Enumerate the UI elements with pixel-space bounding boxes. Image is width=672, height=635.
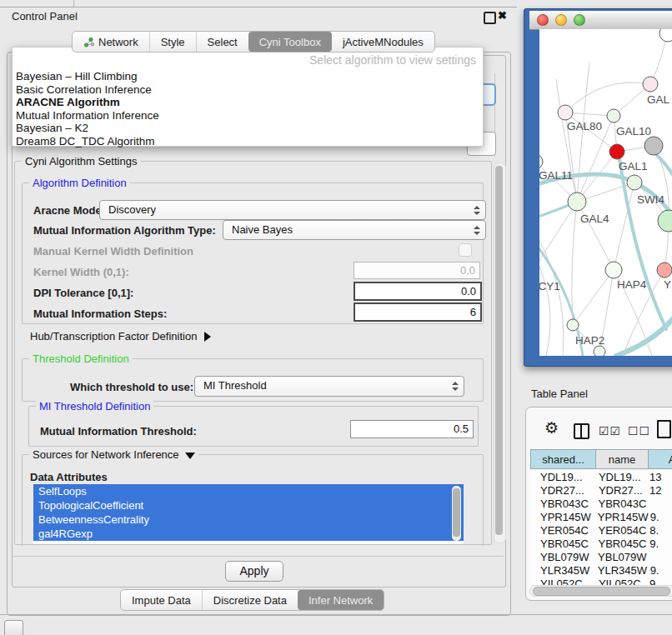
export-table-icon[interactable] — [657, 420, 671, 438]
expand-right-icon — [204, 332, 211, 342]
manual-kernel-width-checkbox[interactable] — [459, 243, 472, 257]
table-row[interactable]: YER054CYER054C8. — [530, 524, 672, 538]
settings-scrollbar-thumb[interactable] — [495, 166, 503, 535]
network-node-label: HAP4 — [617, 278, 647, 291]
network-node[interactable] — [594, 346, 605, 356]
table-cell — [646, 498, 672, 511]
data-attribute-option-gal4rgexp[interactable]: gal4RGexp — [33, 527, 464, 541]
stepper-icon — [474, 221, 481, 239]
table-row[interactable]: YBR045CYBR045C9. — [530, 538, 672, 551]
network-node[interactable] — [644, 137, 663, 155]
tab-impute-data[interactable]: Impute Data — [121, 590, 202, 610]
which-threshold-label: Which threshold to use: — [70, 381, 193, 393]
attributes-scrollbar-thumb[interactable] — [453, 488, 460, 537]
tab-infer-network[interactable]: Infer Network — [298, 590, 384, 610]
network-node-swi4[interactable] — [627, 175, 642, 190]
network-node-gal80[interactable] — [558, 105, 573, 120]
network-node[interactable] — [658, 210, 672, 232]
algorithm-option-mutual-information-inference[interactable]: Mutual Information Inference — [16, 109, 479, 122]
table-row[interactable]: YLR345WYLR345W9. — [530, 564, 672, 578]
algorithm-option-dream8-dc-tdc-algorithm[interactable]: Dream8 DC_TDC Algorithm — [16, 135, 479, 148]
kernel-width-field[interactable]: 0.0 — [354, 262, 480, 279]
tab-label: Infer Network — [308, 594, 373, 607]
app-root: Control Panel ✖ NetworkStyleSelectCyni T… — [0, 0, 672, 635]
algorithm-option-bayesian-hill-climbing[interactable]: Bayesian – Hill Climbing — [16, 70, 479, 83]
network-node-y[interactable] — [657, 262, 672, 278]
data-attribute-option-topologicalcoefficient[interactable]: TopologicalCoefficient — [33, 498, 464, 512]
which-threshold-select[interactable]: MI Threshold — [194, 376, 464, 397]
aracne-mode-value: Discovery — [108, 201, 485, 218]
column-header-name[interactable]: name — [595, 449, 649, 469]
table-row[interactable]: YPR145WYPR145W9. — [530, 511, 672, 524]
network-node-label: GAL1 — [619, 160, 648, 172]
table-row[interactable]: YBL079WYBL079W — [530, 551, 672, 564]
unselect-all-columns-icon[interactable]: ☐☐ — [628, 424, 650, 438]
network-window-titlebar[interactable] — [529, 11, 672, 30]
network-node-label: GAL11 — [539, 169, 573, 182]
network-node-label: GAL10 — [616, 125, 651, 138]
zoom-traffic-light[interactable] — [574, 14, 585, 26]
network-node[interactable] — [659, 29, 672, 42]
float-window-icon[interactable] — [484, 12, 496, 24]
network-canvas[interactable]: GALGAL80GAL10GAL1GAL11SWI4GAL4GCY1HAP4YH… — [539, 29, 672, 356]
aracne-mode-label: Aracne Mode: — [33, 204, 105, 217]
corner-button[interactable] — [4, 620, 23, 635]
mi-threshold-definition-label: MI Threshold Definition — [36, 400, 153, 412]
network-node-label: GCY1 — [539, 280, 560, 292]
table-row[interactable]: YBR043CYBR043C — [530, 498, 672, 511]
network-node-label: SWI4 — [637, 193, 664, 206]
tab-jactivemnodules[interactable]: jActiveMNodules — [332, 32, 434, 52]
data-attribute-option-selfloops[interactable]: SelfLoops — [33, 484, 464, 498]
network-node-gal1[interactable] — [609, 144, 624, 159]
column-header-shared[interactable]: shared... — [530, 449, 596, 469]
apply-button[interactable]: Apply — [225, 561, 283, 582]
control-panel-tab-bar: NetworkStyleSelectCyni ToolboxjActiveMNo… — [72, 31, 435, 52]
tab-network[interactable]: Network — [73, 32, 149, 52]
table-row[interactable]: YDR27...YDR27...12 — [530, 484, 672, 498]
mi-threshold-field[interactable]: 0.5 — [350, 420, 474, 438]
tab-label: Select — [208, 36, 238, 48]
close-icon[interactable]: ✖ — [498, 9, 507, 22]
aracne-mode-select[interactable]: Discovery — [99, 200, 486, 220]
network-node-gal4[interactable] — [568, 192, 586, 211]
table-row[interactable]: YDL19...YDL19...13 — [530, 471, 672, 484]
mi-steps-label: Mutual Information Steps: — [33, 308, 167, 320]
sources-label: Sources for Network Inference — [33, 448, 179, 461]
network-node-gal[interactable] — [643, 77, 658, 92]
table-cell: 9. — [647, 511, 672, 524]
algorithm-option-bayesian-k2[interactable]: Bayesian – K2 — [16, 122, 479, 135]
algorithm-option-list: Bayesian – Hill ClimbingBasic Correlatio… — [16, 70, 479, 148]
algorithm-option-aracne-algorithm[interactable]: ARACNE Algorithm — [16, 96, 479, 109]
network-node-hap4[interactable] — [605, 262, 622, 278]
mi-algorithm-type-select[interactable]: Naive Bayes — [223, 220, 486, 240]
network-node-hap2[interactable] — [567, 319, 579, 331]
table-cell: 8. — [646, 524, 672, 538]
algorithm-option-basic-correlation-inference[interactable]: Basic Correlation Inference — [16, 83, 479, 97]
network-node-gal11[interactable] — [539, 154, 543, 169]
table-cell: YBR043C — [594, 498, 647, 511]
network-node-gal10[interactable] — [607, 109, 620, 122]
tab-style[interactable]: Style — [149, 32, 196, 52]
show-columns-icon[interactable] — [574, 423, 589, 439]
tab-cyni-toolbox[interactable]: Cyni Toolbox — [248, 32, 332, 52]
select-all-columns-icon[interactable]: ☑☑ — [599, 424, 621, 438]
stepper-icon — [452, 377, 459, 396]
tab-label: Impute Data — [132, 594, 191, 607]
data-attribute-option-betweennesscentrality[interactable]: BetweennessCentrality — [33, 512, 464, 527]
network-view-window[interactable]: GALGAL80GAL10GAL1GAL11SWI4GAL4GCY1HAP4YH… — [524, 8, 672, 367]
tab-select[interactable]: Select — [196, 32, 248, 52]
column-header-a[interactable]: A — [648, 449, 672, 469]
table-hscrollbar-thumb[interactable] — [533, 587, 670, 596]
manual-kernel-width-label: Manual Kernel Width Definition — [33, 245, 193, 258]
network-node-label: Y — [664, 278, 671, 291]
dpi-tolerance-field[interactable]: 0.0 — [354, 282, 482, 301]
minimize-traffic-light[interactable] — [555, 14, 567, 26]
gear-icon[interactable]: ⚙ — [544, 420, 559, 436]
table-cell: YER054C — [594, 524, 647, 538]
mi-steps-field[interactable]: 6 — [354, 302, 482, 322]
table-cell: YBR043C — [530, 498, 594, 511]
sources-collapser[interactable]: Sources for Network Inference — [29, 448, 198, 461]
close-traffic-light[interactable] — [537, 14, 549, 26]
tab-discretize-data[interactable]: Discretize Data — [202, 590, 298, 610]
hub-definition-expander[interactable]: Hub/Transcription Factor Definition — [30, 330, 211, 342]
